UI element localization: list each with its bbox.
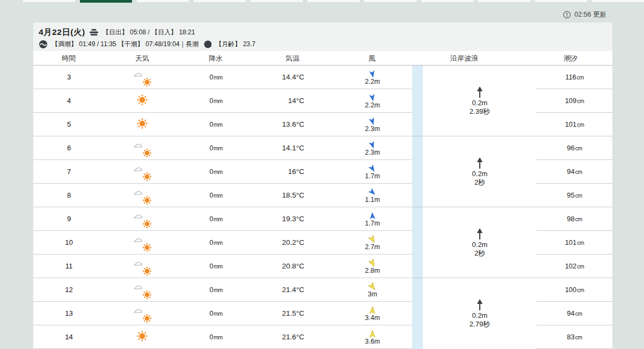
- tide-value: 101: [565, 120, 577, 128]
- cloud-icon: ☁: [134, 258, 142, 267]
- precip-unit: mm: [214, 239, 223, 246]
- precip-value: 0: [209, 215, 213, 223]
- wave-height-value: 0.2m: [472, 170, 488, 178]
- hour-cell: 13: [33, 309, 105, 317]
- tide-value-cell: 102cm: [537, 255, 612, 278]
- wind-speed-value: 2.7m: [365, 243, 380, 251]
- tide-value-cell: 94cm: [537, 160, 612, 184]
- col-header-time: 時間: [62, 54, 76, 63]
- forecast-row: 6 ☁ 0mm 14.1°C 2.3m: [33, 136, 412, 160]
- tab[interactable]: [592, 0, 644, 2]
- precip-value: 0: [209, 286, 213, 294]
- wind-speed-value: 2.2m: [365, 78, 380, 85]
- temp-cell: 21.6°C: [252, 333, 333, 341]
- col-header-tide: 潮汐: [564, 54, 577, 63]
- hour-value: 5: [67, 120, 71, 128]
- tab[interactable]: [194, 0, 246, 2]
- wind-cell: 2.3m: [333, 116, 412, 133]
- hourly-rows: 3 ☁ 0mm 14.4°C 2.2m 4 0mm 14°C 2.2m 5 0m…: [33, 66, 412, 349]
- forecast-table-body: 3 ☁ 0mm 14.4°C 2.2m 4 0mm 14°C 2.2m 5 0m…: [33, 66, 612, 349]
- temp-value: 21.4°C: [282, 286, 304, 294]
- wind-cell: 2.7m: [333, 234, 412, 251]
- wind-cell: 2.2m: [333, 69, 412, 85]
- temp-cell: 20.8°C: [252, 262, 333, 270]
- tab[interactable]: [364, 0, 416, 2]
- sun-icon: [136, 98, 148, 107]
- col-header-weather: 天気: [135, 54, 149, 63]
- group-divider: [412, 136, 612, 136]
- weather-cell: [105, 330, 180, 344]
- cloud-icon: ☁: [134, 211, 142, 220]
- tide-unit: cm: [575, 334, 582, 340]
- hour-cell: 12: [33, 286, 105, 294]
- tide-value-cell: 109cm: [537, 89, 612, 113]
- wind-direction-icon: [368, 93, 378, 103]
- tab[interactable]: [251, 0, 303, 2]
- wind-direction-icon: [368, 69, 378, 79]
- tab[interactable]: [23, 0, 75, 2]
- precip-unit: mm: [214, 310, 223, 317]
- cloud-icon: ☁: [134, 140, 142, 149]
- precip-unit: mm: [214, 334, 223, 340]
- temp-value: 14.1°C: [282, 144, 304, 152]
- hour-cell: 11: [33, 262, 105, 270]
- tab[interactable]: [308, 0, 360, 2]
- wind-direction-icon: [368, 330, 377, 339]
- tide-unit: cm: [577, 98, 584, 104]
- hour-value: 14: [65, 333, 72, 341]
- precip-cell: 0mm: [180, 144, 252, 152]
- tab[interactable]: [421, 0, 473, 2]
- precip-cell: 0mm: [180, 191, 252, 199]
- date-label: 4月22日(火): [39, 27, 85, 38]
- tide-unit: cm: [575, 310, 582, 317]
- wind-speed-value: 1.7m: [365, 220, 380, 227]
- temp-value: 18.5°C: [282, 191, 304, 199]
- forecast-row: 5 0mm 13.6°C 2.3m: [33, 113, 412, 136]
- section-divider-strip: [412, 66, 423, 349]
- hour-value: 7: [67, 168, 71, 176]
- forecast-row: 7 ☁ 0mm 16°C 1.7m: [33, 160, 412, 184]
- tide-unit: cm: [575, 216, 582, 222]
- temp-value: 13.6°C: [282, 120, 304, 128]
- forecast-row: 10 ☁ 0mm 20.2°C 2.7m: [33, 231, 412, 255]
- precip-cell: 0mm: [180, 73, 252, 81]
- forecast-row: 12 ☁ 0mm 21.4°C 3m: [33, 278, 412, 302]
- hour-value: 11: [65, 262, 73, 270]
- wind-speed-value: 2.3m: [365, 149, 380, 156]
- tab[interactable]: [137, 0, 189, 2]
- temp-cell: 14.4°C: [252, 73, 333, 81]
- sun-icon: [136, 335, 148, 344]
- tide-unit: cm: [577, 74, 584, 81]
- precip-value: 0: [209, 238, 213, 246]
- tide-value: 116: [565, 73, 576, 81]
- hour-cell: 10: [33, 238, 105, 246]
- precip-unit: mm: [214, 192, 223, 199]
- forecast-card: 4月22日(火) 【日出】 05:08 / 【日入】 18:21 【満潮】 01…: [33, 23, 612, 349]
- active-tab[interactable]: [80, 0, 132, 3]
- temp-cell: 19.3°C: [252, 215, 333, 223]
- day-info-header: 4月22日(火) 【日出】 05:08 / 【日入】 18:21 【満潮】 01…: [33, 23, 612, 51]
- precip-cell: 0mm: [180, 168, 252, 176]
- wind-speed-value: 3.6m: [365, 338, 380, 345]
- wind-cell: 2.2m: [333, 92, 412, 109]
- cloud-icon: ☁: [134, 235, 142, 243]
- tide-times-label: 【満潮】 01:49 / 11:35 【干潮】 07:48/19:04｜長潮: [52, 40, 199, 49]
- tab[interactable]: [535, 0, 587, 2]
- wind-speed-value: 2.8m: [365, 267, 380, 274]
- tide-value: 95: [567, 191, 574, 199]
- tab[interactable]: [478, 0, 530, 2]
- forecast-row: 11 ☁ 0mm 20.8°C 2.8m: [33, 255, 412, 278]
- precip-cell: 0mm: [180, 215, 252, 223]
- forecast-row: 4 0mm 14°C 2.2m: [33, 89, 412, 113]
- precip-unit: mm: [214, 98, 223, 104]
- wind-cell: 1.7m: [333, 163, 412, 180]
- temp-cell: 21.5°C: [252, 309, 333, 317]
- browser-tabs[interactable]: [0, 0, 644, 2]
- precip-cell: 0mm: [180, 333, 252, 341]
- moon-phase-icon: [202, 40, 211, 49]
- precip-value: 0: [209, 191, 213, 199]
- precip-value: 0: [209, 144, 213, 152]
- precip-value: 0: [209, 309, 213, 317]
- precip-value: 0: [209, 120, 213, 128]
- wave-group: 0.2m2.39秒: [423, 66, 537, 136]
